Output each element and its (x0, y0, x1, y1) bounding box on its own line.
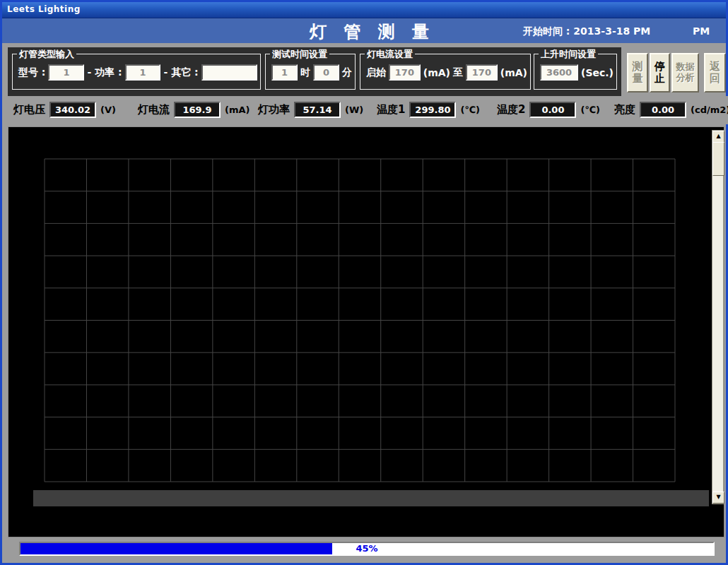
status-item-power: 灯功率 57.14 (W) (258, 102, 363, 118)
scrollbar-thumb[interactable] (712, 142, 724, 176)
rise-time-field[interactable]: 3600 (540, 64, 578, 81)
controls-panel: 灯管类型输入 型号 : 1 - 功率 : 1 - 其它 : 测试时间设置 1 时… (8, 47, 621, 96)
stop-button[interactable]: 停 止 (650, 53, 670, 93)
measure-button-line2: 量 (633, 73, 643, 85)
current-start-label: 启始 (366, 66, 386, 79)
scroll-down-icon[interactable]: ▼ (712, 492, 724, 504)
status-value: 169.9 (174, 102, 221, 118)
status-item-temp1: 温度1 299.80 (℃) (377, 102, 480, 118)
current-end-unit: (mA) (500, 67, 527, 78)
app-window: Leets Lighting 灯 管 测 量 开始时间 : 2013-3-18 … (0, 0, 728, 565)
meridiem-label: PM (693, 25, 710, 37)
minutes-field[interactable]: 0 (313, 64, 339, 81)
rise-time-groupbox: 上升时间设置 3600 (Sec.) (534, 54, 617, 90)
measure-button[interactable]: 测 量 (627, 53, 648, 93)
measure-button-line1: 测 (633, 61, 643, 73)
lamp-type-group-title: 灯管类型输入 (17, 48, 76, 61)
start-time: 开始时间 : 2013-3-18 PM (523, 25, 650, 38)
status-unit: (mA) (225, 105, 250, 115)
stop-button-line2: 止 (654, 73, 665, 85)
page-title: 灯 管 测 量 (310, 20, 435, 43)
status-value: 0.00 (529, 102, 576, 118)
current-start-unit: (mA) (423, 67, 450, 78)
status-item-current: 灯电流 169.9 (mA) (138, 102, 250, 118)
data-analysis-button-line1: 数据 (676, 62, 695, 73)
rise-time-group-title: 上升时间设置 (539, 48, 598, 61)
data-analysis-button-line2: 分析 (676, 73, 695, 83)
return-button-line1: 返 (710, 61, 720, 73)
x-axis-strip (33, 490, 709, 506)
status-item-brightness: 亮度 0.00 (cd/m2) (614, 102, 728, 118)
test-time-group-title: 测试时间设置 (270, 48, 329, 61)
progress-bar: 45% (19, 542, 715, 556)
status-label: 温度2 (497, 103, 525, 117)
status-value: 0.00 (640, 102, 686, 118)
return-button-line2: 回 (710, 73, 720, 85)
test-time-groupbox: 测试时间设置 1 时 0 分 (265, 54, 356, 90)
model-label: 型号 : (18, 66, 45, 79)
progress-label: 45% (356, 543, 377, 554)
chart-panel: ▲ ▼ (8, 126, 724, 537)
chart-vertical-scrollbar[interactable]: ▲ ▼ (712, 130, 724, 504)
status-label: 灯电流 (138, 103, 170, 117)
scroll-up-icon[interactable]: ▲ (712, 131, 724, 143)
return-button[interactable]: 返 回 (704, 53, 726, 93)
start-time-label: 开始时间 : (523, 25, 570, 37)
window-title: Leets Lighting (7, 4, 81, 14)
other-field[interactable] (201, 64, 257, 81)
status-label: 温度1 (377, 103, 405, 117)
status-label: 亮度 (614, 103, 635, 117)
power-field[interactable]: 1 (125, 64, 161, 81)
status-unit: (V) (100, 105, 116, 115)
lamp-current-group-title: 灯电流设置 (365, 48, 415, 61)
title-bar: Leets Lighting (2, 2, 726, 18)
lamp-type-groupbox: 灯管类型输入 型号 : 1 - 功率 : 1 - 其它 : (12, 54, 261, 90)
status-unit: (W) (345, 105, 363, 115)
lamp-current-groupbox: 灯电流设置 启始 170 (mA) 至 170 (mA) (360, 54, 531, 90)
header-bar: 灯 管 测 量 开始时间 : 2013-3-18 PM PM (2, 18, 726, 43)
data-analysis-button[interactable]: 数据 分析 (671, 53, 699, 93)
status-item-temp2: 温度2 0.00 (℃) (497, 102, 600, 118)
status-value: 57.14 (294, 102, 341, 118)
current-start-field[interactable]: 170 (389, 64, 421, 81)
rise-time-unit: (Sec.) (581, 67, 613, 78)
status-unit: (℃) (580, 105, 600, 115)
status-item-voltage: 灯电压 340.02 (V) (13, 102, 116, 118)
start-time-value: 2013-3-18 PM (573, 25, 650, 37)
status-value: 340.02 (49, 102, 96, 118)
status-row: 灯电压 340.02 (V) 灯电流 169.9 (mA) 灯功率 57.14 … (2, 96, 728, 124)
minutes-label: 分 (342, 66, 352, 79)
current-end-field[interactable]: 170 (466, 64, 498, 81)
model-field[interactable]: 1 (48, 64, 84, 81)
status-value: 299.80 (409, 102, 456, 118)
hours-label: 时 (300, 66, 310, 79)
status-unit: (cd/m2) (691, 105, 728, 115)
status-unit: (℃) (460, 105, 480, 115)
current-to-label: 至 (453, 66, 463, 79)
stop-button-line1: 停 (654, 61, 665, 73)
progress-fill (20, 543, 332, 554)
chart-canvas (12, 129, 710, 531)
status-label: 灯功率 (258, 103, 290, 117)
other-label: - 其它 : (163, 66, 198, 79)
hours-field[interactable]: 1 (271, 64, 298, 81)
power-label: - 功率 : (87, 66, 122, 79)
status-label: 灯电压 (13, 103, 45, 117)
